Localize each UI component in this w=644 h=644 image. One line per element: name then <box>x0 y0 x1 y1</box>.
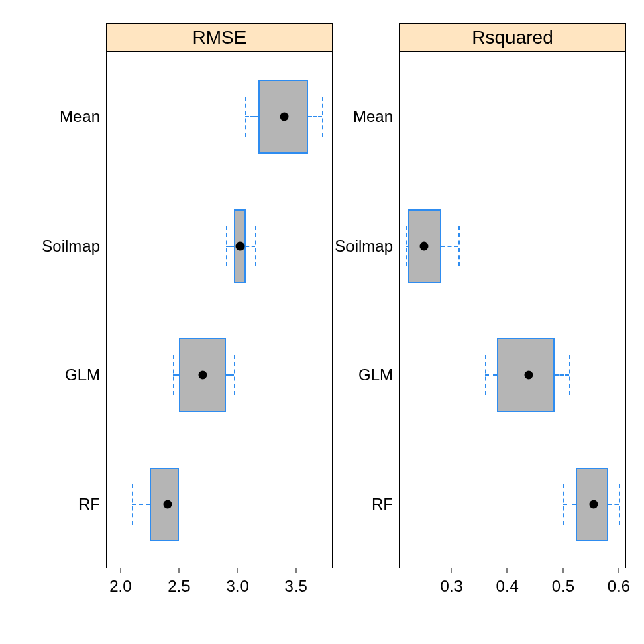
xtick-label: 0.4 <box>496 568 519 596</box>
figure: RMSE Rsquared MeanSoilmapGLMRF2.02.53.03… <box>0 0 644 644</box>
xtick-label: 2.0 <box>109 568 131 596</box>
panel-title-rsq: Rsquared <box>472 28 553 47</box>
ylabel-mean: Mean <box>60 107 107 126</box>
whisker-cap-high <box>458 226 460 266</box>
whisker-cap-low <box>173 355 174 395</box>
whisker-high <box>555 374 569 376</box>
whisker-cap-high <box>569 355 570 395</box>
median-dot <box>235 241 244 250</box>
whisker-cap-low <box>132 484 133 525</box>
xtick-label: 2.5 <box>168 568 190 596</box>
median-dot <box>524 371 533 380</box>
whisker-high <box>608 504 619 505</box>
whisker-low <box>563 504 575 505</box>
ylabel-soilmap: Soilmap <box>335 237 400 256</box>
whisker-cap-low <box>485 355 486 395</box>
plot-area-rmse: MeanSoilmapGLMRF2.02.53.03.5 <box>106 52 333 568</box>
whisker-low <box>132 504 150 505</box>
whisker-cap-low <box>245 97 246 137</box>
whisker-cap-high <box>619 484 620 525</box>
whisker-cap-low <box>226 226 227 266</box>
median-dot <box>590 500 598 508</box>
median-dot <box>419 241 428 250</box>
ylabel-soilmap: Soilmap <box>42 237 107 256</box>
panel-title-rmse: RMSE <box>193 28 247 47</box>
median-dot <box>163 500 172 508</box>
ylabel-rf: RF <box>372 495 400 514</box>
panel-strip-rmse: RMSE <box>106 23 333 52</box>
whisker-cap-high <box>322 97 323 137</box>
plot-area-rsq: MeanSoilmapGLMRF0.30.40.50.6 <box>399 52 626 568</box>
ylabel-mean: Mean <box>353 107 400 126</box>
whisker-low <box>245 116 259 117</box>
whisker-cap-high <box>234 355 235 395</box>
ylabel-glm: GLM <box>65 366 107 384</box>
xtick-label: 3.5 <box>285 568 307 596</box>
xtick-label: 3.0 <box>226 568 248 596</box>
whisker-low <box>485 374 497 376</box>
panel-strip-rsq: Rsquared <box>399 23 626 52</box>
whisker-high <box>441 246 458 247</box>
xtick-label: 0.3 <box>441 568 463 596</box>
whisker-cap-low <box>563 484 564 525</box>
whisker-cap-low <box>406 226 407 266</box>
xtick-label: 0.5 <box>552 568 574 596</box>
median-dot <box>280 113 288 121</box>
ylabel-glm: GLM <box>358 366 400 384</box>
whisker-cap-high <box>255 226 256 266</box>
whisker-high <box>246 246 255 247</box>
whisker-high <box>308 116 322 117</box>
whisker-high <box>226 374 234 376</box>
ylabel-rf: RF <box>78 495 107 514</box>
xtick-label: 0.6 <box>608 568 630 596</box>
median-dot <box>198 371 207 380</box>
